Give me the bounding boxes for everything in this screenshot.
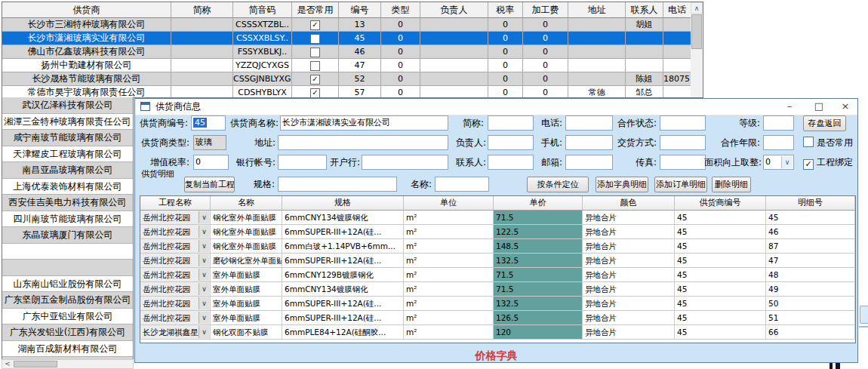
- list-item[interactable]: 山东南山铝业股份有限公司: [2, 276, 133, 293]
- chevron-down-icon[interactable]: ∨: [199, 226, 209, 238]
- chevron-down-icon[interactable]: ∨: [199, 240, 209, 252]
- list-item[interactable]: 广东中亚铝业有限公司: [2, 309, 133, 325]
- grid-row[interactable]: 岳州北控花园∨钢化室外单面贴膜6mm白玻+1.14PVB+6mm...m²148…: [140, 239, 855, 254]
- close-button[interactable]: ×: [834, 99, 857, 115]
- table-row[interactable]: 长沙市三湘特种玻璃有限公司CSSSXTZBL..✓13000胡姐: [2, 18, 703, 32]
- list-item[interactable]: 天津耀皮工程玻璃有限公司: [2, 146, 133, 163]
- list-item[interactable]: 四川南玻节能玻璃有限公司: [2, 211, 133, 228]
- list-item[interactable]: [2, 244, 133, 260]
- grid-row[interactable]: 岳州北控花园∨钢化室外单面贴膜6mmSUPER-III+12A(硅...m²12…: [140, 225, 855, 239]
- table-row[interactable]: 常德市昊宇玻璃有限责任公司CDSHYBLYX✓57000常德邹总: [2, 86, 703, 98]
- list-item[interactable]: 湖南百成新材料有限公司: [2, 341, 133, 358]
- bank-account-input[interactable]: [278, 155, 327, 170]
- grid-column-header[interactable]: 供货商编号: [675, 196, 766, 211]
- chevron-down-icon[interactable]: ∨: [199, 283, 209, 295]
- common-checkbox-cell[interactable]: [292, 45, 339, 59]
- checkbox-checked-icon[interactable]: ✓: [310, 88, 320, 98]
- grid-column-header[interactable]: 工程名称: [140, 196, 211, 211]
- coop-years-input[interactable]: [763, 135, 794, 150]
- grid-column-header[interactable]: 单位: [404, 196, 494, 211]
- grid-row[interactable]: 岳州北控花园∨室外单面贴膜6mmCNY134镀膜钢化m²71.5异地合片4549: [140, 282, 855, 297]
- grid-row[interactable]: 岳州北控花园∨室外单面贴膜6mmCNY129B镀膜钢化m²71.5异地合片454…: [140, 268, 855, 282]
- column-header[interactable]: 供货商: [2, 2, 171, 18]
- chevron-down-icon[interactable]: ∨: [199, 312, 209, 324]
- checkbox-unchecked-icon[interactable]: [310, 34, 320, 44]
- list-item[interactable]: 武汉亿泽科技有限公司: [2, 97, 133, 114]
- common-checkbox-cell[interactable]: ✓: [292, 18, 339, 32]
- grid-column-header[interactable]: 名称: [211, 196, 282, 211]
- grid-column-header[interactable]: 规格: [282, 196, 404, 211]
- fax-input[interactable]: [660, 155, 706, 170]
- grid-column-header[interactable]: 单价: [494, 196, 583, 211]
- email-input[interactable]: [565, 155, 613, 170]
- grade-input[interactable]: [763, 115, 794, 131]
- list-item[interactable]: 上海优泰装饰材料有限公司: [2, 179, 133, 195]
- column-header[interactable]: 是否常用: [292, 2, 339, 18]
- is-common-checkbox[interactable]: 是否常用: [803, 135, 853, 150]
- copy-current-project-button[interactable]: 复制当前工程: [184, 177, 235, 192]
- checkbox-unchecked-icon[interactable]: [310, 61, 320, 71]
- list-item[interactable]: 东晶玻璃厦门有限公司: [2, 227, 133, 244]
- supplier-no-input[interactable]: 45: [191, 115, 226, 131]
- grid-column-header[interactable]: 明细号: [766, 196, 855, 211]
- dialog-titlebar[interactable]: 供货商信息 – □ ×: [135, 99, 857, 115]
- column-header[interactable]: 编号: [339, 2, 381, 18]
- mobile-input[interactable]: [565, 135, 613, 150]
- column-header[interactable]: 负责人: [420, 2, 488, 18]
- scrollbar-thumb[interactable]: [14, 361, 57, 367]
- column-header[interactable]: 电话: [663, 2, 691, 18]
- grid-column-header[interactable]: 颜色: [583, 196, 675, 211]
- save-return-button[interactable]: 存盘返回: [803, 115, 846, 131]
- short-name-input[interactable]: [488, 115, 534, 131]
- grid-row[interactable]: 岳州北控花园∨室外单面贴膜6mmSUPER-III+12A(硅...m²132.…: [140, 297, 855, 311]
- column-header[interactable]: 加工费: [523, 2, 568, 18]
- list-item[interactable]: 西安佳吉美电力科技有限公司: [2, 195, 133, 211]
- spec-filter-input[interactable]: [278, 177, 397, 192]
- chevron-down-icon[interactable]: ∨: [199, 211, 209, 223]
- grid-row[interactable]: 岳州北控花园∨钢化室外单面贴膜6mmCNY134镀膜钢化m²71.5异地合片45…: [140, 211, 855, 225]
- delivery-method-input[interactable]: [660, 135, 706, 150]
- coop-status-input[interactable]: [660, 115, 706, 131]
- locate-by-condition-button[interactable]: 按条件定位: [527, 177, 589, 192]
- horizontal-scrollbar[interactable]: <: [2, 359, 134, 369]
- name-filter-input[interactable]: [435, 177, 489, 192]
- list-item[interactable]: 湘潭三金特种玻璃有限责任公司: [2, 114, 133, 131]
- common-checkbox-cell[interactable]: [292, 59, 339, 72]
- area-round-dropdown[interactable]: 0 ∨: [763, 155, 794, 170]
- bank-input[interactable]: [362, 155, 448, 170]
- vat-rate-input[interactable]: 0: [193, 155, 229, 170]
- minimize-button[interactable]: –: [778, 99, 801, 115]
- column-header[interactable]: 类型: [381, 2, 420, 18]
- column-header[interactable]: 简音码: [233, 2, 292, 18]
- table-row[interactable]: 佛山市亿鑫玻璃科技有限公司FSSYXBLKJ..46000: [2, 45, 703, 59]
- grid-row[interactable]: 岳州北控花园∨室外单面贴膜6mmSUPER-III+12A(硅...m²126.…: [140, 311, 855, 325]
- common-checkbox-cell[interactable]: [292, 32, 339, 45]
- list-item[interactable]: 南昌亚晶玻璃有限公司: [2, 162, 133, 179]
- chevron-down-icon[interactable]: ∨: [199, 326, 209, 338]
- list-item[interactable]: [2, 260, 133, 276]
- project-combo-cell[interactable]: 长沙龙湖祺鑫星座∨: [140, 325, 211, 340]
- phone-input[interactable]: [565, 115, 613, 131]
- maximize-button[interactable]: □: [808, 99, 830, 115]
- checkbox-checked-icon[interactable]: ✓: [310, 20, 320, 30]
- add-order-detail-button[interactable]: 添加订单明细: [654, 177, 707, 192]
- add-dict-detail-button[interactable]: 添加字典明细: [596, 177, 648, 192]
- project-bind-checkbox[interactable]: ✓工程绑定: [803, 155, 853, 170]
- project-combo-cell[interactable]: 岳州北控花园∨: [140, 297, 211, 311]
- grid-row[interactable]: 岳州北控花园∨磨砂钢化室外单面贴膜6mmSUPER-III+12A(硅...m²…: [140, 254, 855, 268]
- address-input[interactable]: [278, 135, 448, 150]
- supplier-name-input[interactable]: 长沙市潇湘玻璃实业有限公司: [280, 115, 448, 131]
- project-combo-cell[interactable]: 岳州北控花园∨: [140, 254, 211, 268]
- common-checkbox-cell[interactable]: ✓: [292, 72, 339, 86]
- project-combo-cell[interactable]: 岳州北控花园∨: [140, 211, 211, 225]
- grid-row[interactable]: 长沙龙湖祺鑫星座∨钢化双面不贴膜6mmPLE84+12A(硅酮胶...m²120…: [140, 325, 855, 340]
- scrollbar-thumb[interactable]: [691, 14, 702, 49]
- chevron-down-icon[interactable]: ∨: [199, 297, 209, 309]
- scroll-up-icon[interactable]: ∧: [691, 2, 703, 14]
- project-combo-cell[interactable]: 岳州北控花园∨: [140, 282, 211, 297]
- chevron-down-icon[interactable]: ∨: [199, 254, 209, 266]
- project-combo-cell[interactable]: 岳州北控花园∨: [140, 225, 211, 239]
- project-combo-cell[interactable]: 岳州北控花园∨: [140, 311, 211, 325]
- chevron-down-icon[interactable]: ∨: [781, 156, 793, 168]
- list-item[interactable]: 广东兴发铝业(江西)有限公司: [2, 324, 133, 341]
